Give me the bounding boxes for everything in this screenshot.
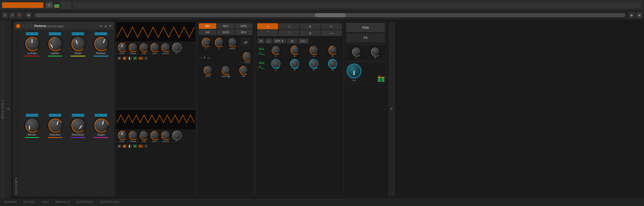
osc2-sub-value[interactable]: ▌ [128, 145, 132, 148]
feg-d-knob[interactable] [290, 45, 299, 54]
shape-btn-5[interactable]: ⌒ [257, 30, 278, 36]
output-arrow[interactable]: ↔ [95, 114, 107, 117]
feg-a-knob[interactable] [271, 45, 280, 54]
r-knob[interactable] [371, 47, 380, 56]
mix-fb-knob[interactable] [239, 65, 248, 75]
osc2-unison-knob[interactable] [161, 130, 170, 139]
osc2-last-value[interactable]: I [145, 145, 147, 148]
up-icon[interactable]: ▲ [104, 24, 107, 28]
bottom-arrange[interactable]: ARRANGE [4, 201, 17, 203]
mix-osc1-knob[interactable] [201, 37, 210, 47]
osc1-sync-value[interactable]: R [133, 57, 137, 60]
aeg-s-knob[interactable] [309, 59, 318, 68]
shape-btn-4[interactable]: ∧↑ [321, 23, 342, 29]
osc2-sub-knob[interactable] [139, 130, 148, 139]
back-button[interactable]: ◀ [26, 12, 31, 18]
mix-btn-mix[interactable]: MIX [199, 23, 216, 29]
osc2-unison-value[interactable]: 2v [138, 145, 143, 148]
settings-icon[interactable]: ⚙ [100, 24, 103, 28]
siren-delay-knob[interactable] [71, 118, 85, 132]
shape-btn-6[interactable]: ⌒↑ [279, 30, 300, 36]
onset-knob[interactable] [71, 36, 85, 51]
distortion-arrow[interactable]: ↔ [49, 114, 61, 117]
osc1-pitch-knob[interactable] [117, 42, 127, 52]
osc1-last-value[interactable]: I [145, 57, 147, 60]
out-knob[interactable] [347, 64, 361, 78]
env-link-btn[interactable]: ⇄ [257, 38, 264, 44]
list-icon[interactable]: ☰ [2, 12, 8, 18]
add-right-button[interactable]: + [388, 22, 395, 196]
scroll-thumb[interactable] [315, 13, 346, 17]
mix-btn-sign[interactable]: SIGN [217, 29, 234, 35]
distortion-knob[interactable] [48, 118, 62, 132]
mix-osc2-knob[interactable] [214, 37, 224, 47]
mix-glide-knob[interactable] [221, 65, 230, 75]
back2-button[interactable]: ◀ [636, 12, 642, 18]
osc2-shape-value[interactable]: ▌ [123, 145, 127, 148]
note-button[interactable]: Note [346, 23, 385, 32]
env-eg-btn[interactable]: EG / [298, 38, 309, 44]
shape-btn-3[interactable]: ∧ [300, 23, 321, 29]
add-left-button[interactable]: + [5, 20, 12, 198]
fx-button[interactable]: FX [346, 33, 385, 43]
onset-arrow[interactable]: → [72, 32, 84, 35]
release-arrow[interactable]: → [95, 32, 107, 35]
osc2-pitch-value[interactable]: 8' [117, 145, 121, 148]
osc1-shape-value[interactable]: ▌ [123, 57, 127, 60]
close-icon[interactable]: ✕ [17, 12, 22, 18]
osc2-loop-knob[interactable] [172, 130, 181, 139]
osc1-loop-knob[interactable] [172, 42, 181, 52]
feg-r-knob[interactable] [328, 45, 337, 54]
osc1-pitch-value[interactable]: 8' [117, 57, 121, 60]
shape-btn-8[interactable]: — [321, 30, 342, 36]
osc1-sub-knob[interactable] [139, 42, 148, 52]
env-shape-btn[interactable]: △ [265, 38, 272, 44]
mix-pitch-knob[interactable] [203, 65, 213, 75]
osc2-sync-knob[interactable] [150, 130, 159, 139]
shape-btn-7[interactable]: ∨ [300, 30, 321, 36]
drag-handle[interactable]: ⋮⋮⋮ [22, 24, 33, 28]
lighten-arrow[interactable]: → [49, 32, 61, 35]
undo-icon[interactable]: ↺ [9, 12, 15, 18]
forward-button[interactable]: ▶ [629, 12, 635, 18]
mix-btn-neg[interactable]: NEG [217, 23, 234, 29]
shape-btn-2[interactable]: ¬↑ [279, 23, 300, 29]
output-knob[interactable] [94, 118, 108, 132]
osc1-sync-knob[interactable] [150, 42, 159, 52]
down-icon[interactable]: ▼ [109, 24, 112, 28]
bottom-midi-osc[interactable]: MIDI/OSC B [56, 201, 70, 203]
whistle-knob[interactable] [25, 118, 39, 132]
l-knob[interactable] [352, 47, 361, 56]
env-bars-btn[interactable]: |||| [287, 38, 297, 44]
scroll-bar[interactable] [35, 13, 625, 17]
lo-pass-knob[interactable] [25, 36, 39, 51]
aeg-d-knob[interactable] [290, 59, 299, 68]
mix-noise-knob[interactable] [228, 37, 237, 47]
lo-pass-arrow[interactable]: → [26, 32, 38, 35]
bottom-network[interactable]: NETWORK DEVI... [100, 201, 122, 203]
siren-delay-arrow[interactable]: ↔ [72, 114, 84, 117]
osc2-pitch-knob[interactable] [117, 130, 127, 139]
shape-btn-1[interactable]: ¬ [257, 23, 278, 29]
env-off-btn[interactable]: OFF ▼ [273, 38, 286, 44]
aeg-a-knob[interactable] [271, 59, 280, 68]
osc1-sub-value[interactable]: ▌ [128, 57, 132, 60]
lighten-knob[interactable] [48, 36, 62, 51]
mix-drive-knob[interactable] [242, 51, 252, 61]
release-knob[interactable] [94, 36, 108, 51]
bottom-automation[interactable]: AUTOMATION [76, 201, 93, 203]
osc2-sync-value[interactable]: R [133, 145, 137, 148]
osc1-unison-value[interactable]: 1v [138, 57, 143, 60]
feg-s-knob[interactable] [309, 45, 318, 54]
timeline[interactable] [73, 2, 641, 8]
whistle-arrow[interactable]: → [26, 114, 38, 117]
mix-btn-max[interactable]: MAX [235, 29, 253, 35]
scope-toggle[interactable]: ⇄ [241, 37, 250, 47]
mix-btn-wipe[interactable]: WIPE [235, 23, 253, 29]
power-button[interactable]: ⏻ [16, 24, 20, 28]
osc2-shape-knob[interactable] [128, 130, 138, 139]
bottom-solo[interactable]: SOLO [42, 201, 49, 203]
osc1-shape-knob[interactable] [128, 42, 138, 52]
aeg-r-knob[interactable] [328, 59, 337, 68]
mix-btn-am[interactable]: AM [199, 29, 216, 35]
